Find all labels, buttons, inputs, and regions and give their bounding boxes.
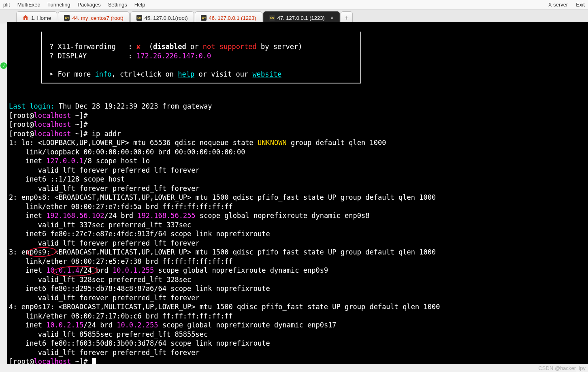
last-login-label: Last login: xyxy=(9,102,55,110)
prompt-4: [root@localhost ~]# xyxy=(9,357,92,364)
if2-valid6: valid_lft forever preferred_lft forever xyxy=(9,239,200,247)
if1-head: 1: lo: <LOOPBACK,UP,LOWER_UP> mtu 65536 … xyxy=(9,139,386,147)
if3-inet: inet 10.0.1.4/24 brd 10.0.1.255 scope gl… xyxy=(9,266,328,274)
cmd-ip-addr: ip addr xyxy=(92,130,121,138)
if3-head: 3: enp0s9: <BROADCAST,MULTICAST,UP,LOWER… xyxy=(9,248,436,256)
if1-valid: valid_lft forever preferred_lft forever xyxy=(9,166,200,174)
tab-label: 47. 127.0.0.1 (1223) xyxy=(277,15,325,21)
if1-valid6: valid_lft forever preferred_lft forever xyxy=(9,184,200,192)
if4-valid: valid_lft 85855sec preferred_lft 85855se… xyxy=(9,330,208,338)
prompt-1: [root@localhost ~]# xyxy=(9,111,92,120)
if2-link: link/ether 08:00:27:e7:fd:5a brd ff:ff:f… xyxy=(9,203,233,211)
display-line: ? DISPLAY : 172.26.226.147:0.0 xyxy=(49,52,211,60)
menu-exit[interactable]: Exit xyxy=(576,2,585,8)
if1-inet6: inet6 ::1/128 scope host xyxy=(9,175,129,183)
watermark: CSDN @hacker_lpy xyxy=(538,365,586,371)
motd-banner: ? X11-forwarding : ✘ (disabled or not su… xyxy=(41,32,361,84)
menu-multiexec[interactable]: MultiExec xyxy=(17,2,40,8)
prompt-2: [root@localhost ~]# xyxy=(9,120,92,128)
menu-xserver[interactable]: X server xyxy=(548,2,568,8)
tab-label: 44. my_centos7 (root) xyxy=(72,15,123,21)
prompt-3: [root@localhost ~]# xyxy=(9,130,92,138)
tab-label: 45. 127.0.0.1(root) xyxy=(145,15,188,21)
if3-valid: valid_lft 328sec preferred_lft 328sec xyxy=(9,276,191,284)
if4-link: link/ether 08:00:27:17:0b:c6 brd ff:ff:f… xyxy=(9,312,233,320)
home-icon xyxy=(22,15,29,21)
key-icon xyxy=(269,15,275,21)
website-link[interactable]: website xyxy=(253,70,282,78)
menu-settings[interactable]: Settings xyxy=(108,2,127,8)
if3-valid6: valid_lft forever preferred_lft forever xyxy=(9,294,200,302)
if4-inet: inet 10.0.2.15/24 brd 10.0.2.255 scope g… xyxy=(9,321,337,329)
if1-inet: inet 127.0.0.1/8 scope host lo xyxy=(9,157,150,165)
key-icon xyxy=(64,15,70,21)
if4-valid6: valid_lft forever preferred_lft forever xyxy=(9,348,200,357)
menu-tunneling[interactable]: Tunneling xyxy=(47,2,70,8)
menu-split[interactable]: plit xyxy=(3,2,10,8)
menubar: plit MultiExec Tunneling Packages Settin… xyxy=(0,0,588,10)
info-line: ➤ For more info, ctrl+click on help or v… xyxy=(49,70,281,78)
close-icon[interactable]: × xyxy=(330,15,334,21)
x11-line: ? X11-forwarding : ✘ (disabled or not su… xyxy=(49,43,302,51)
help-link[interactable]: help xyxy=(178,70,194,78)
tab-label: 1. Home xyxy=(31,15,51,21)
if1-link: link/loopback 00:00:00:00:00:00 brd 00:0… xyxy=(9,148,245,156)
if2-inet: inet 192.168.56.102/24 brd 192.168.56.25… xyxy=(9,212,369,220)
if2-head: 2: enp0s8: <BROADCAST,MULTICAST,UP,LOWER… xyxy=(9,193,436,201)
if3-inet6: inet6 fe80::d295:db78:48c8:87a6/64 scope… xyxy=(9,284,274,293)
key-icon xyxy=(136,15,142,21)
if2-inet6: inet6 fe80::27c7:e87e:4fdc:913f/64 scope… xyxy=(9,230,274,238)
left-gutter: ✓ xyxy=(0,24,7,364)
if2-valid: valid_lft 337sec preferred_lft 337sec xyxy=(9,221,191,229)
menu-help[interactable]: Help xyxy=(134,2,145,8)
tab-label: 46. 127.0.0.1 (1223) xyxy=(209,15,256,21)
cursor xyxy=(92,358,96,364)
if4-head: 4: enp0s17: <BROADCAST,MULTICAST,UP,LOWE… xyxy=(9,303,440,311)
menu-packages[interactable]: Packages xyxy=(78,2,101,8)
if3-link: link/ether 08:00:27:e5:e7:38 brd ff:ff:f… xyxy=(9,257,233,265)
status-ok-icon: ✓ xyxy=(0,62,7,69)
if4-inet6: inet6 fe80::f603:50d8:3b00:3d78/64 scope… xyxy=(9,339,274,347)
terminal[interactable]: ? X11-forwarding : ✘ (disabled or not su… xyxy=(7,22,588,364)
last-login-value: Thu Dec 28 19:22:39 2023 from gateway xyxy=(55,102,212,110)
key-icon xyxy=(201,15,207,21)
